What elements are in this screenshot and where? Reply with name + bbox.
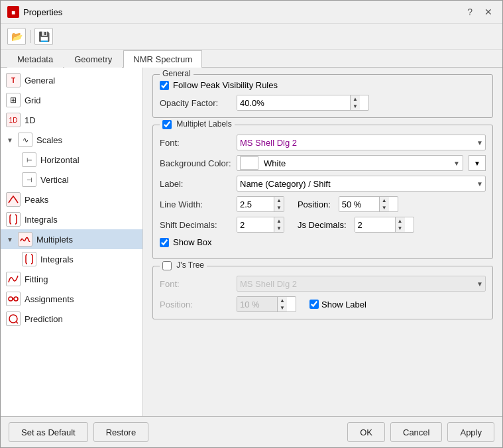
sidebar-label-fitting: Fitting: [25, 274, 48, 284]
sidebar-item-vertical[interactable]: ⊣ Vertical: [1, 170, 142, 190]
title-bar: ■ Properties ? ✕: [1, 1, 502, 24]
tab-geometry[interactable]: Geometry: [64, 50, 122, 68]
sidebar-item-integrals[interactable]: Integrals: [1, 209, 142, 229]
bg-color-label: Background Color:: [160, 158, 233, 168]
grid-icon: ⊞: [6, 93, 21, 107]
show-label-checkbox[interactable]: [309, 300, 319, 309]
shift-decimals-input[interactable]: [237, 217, 274, 232]
restore-button[interactable]: Restore: [93, 422, 149, 442]
open-folder-button[interactable]: 📂: [7, 28, 26, 45]
font-select[interactable]: MS Shell Dlg 2: [237, 135, 486, 150]
bg-color-select[interactable]: White: [261, 156, 451, 170]
show-box-checkbox[interactable]: [160, 238, 169, 247]
cancel-button[interactable]: Cancel: [390, 422, 442, 442]
shift-decimals-spinner: ▲ ▼: [237, 217, 284, 233]
ok-button[interactable]: OK: [347, 422, 385, 442]
shift-decimals-increment-button[interactable]: ▲: [274, 217, 284, 225]
content-area: T General ⊞ Grid 1D 1D ▼: [1, 68, 502, 416]
multiplets-integrals-icon: [22, 252, 36, 266]
js-font-select[interactable]: MS Shell Dlg 2: [237, 276, 486, 292]
shift-decimals-decrement-button[interactable]: ▼: [274, 225, 284, 232]
title-bar-right: ? ✕: [464, 6, 496, 18]
sidebar-label-assignments: Assignments: [25, 294, 74, 304]
sidebar-item-fitting[interactable]: Fitting: [1, 269, 142, 289]
toolbar-separator: [30, 30, 30, 43]
follow-peak-checkbox[interactable]: [160, 81, 169, 90]
peaks-icon: [6, 192, 21, 207]
multiplet-labels-group-label: Multiplet Labels: [160, 119, 235, 129]
sidebar-item-multiplets[interactable]: ▼ Multiplets: [1, 229, 142, 249]
close-button[interactable]: ✕: [481, 6, 496, 18]
svg-line-4: [16, 321, 18, 323]
linewidth-label: Line Width:: [160, 199, 233, 209]
svg-point-0: [9, 297, 13, 301]
label-label: Label:: [160, 179, 233, 189]
sidebar-item-peaks[interactable]: Peaks: [1, 190, 142, 209]
js-position-label: Position:: [160, 300, 233, 309]
linewidth-increment-button[interactable]: ▲: [274, 197, 284, 204]
save-button[interactable]: 💾: [34, 28, 53, 45]
position-increment-button[interactable]: ▲: [380, 197, 389, 204]
show-box-row: Show Box: [160, 237, 486, 247]
sidebar-item-general[interactable]: T General: [1, 70, 142, 90]
1d-icon: 1D: [6, 113, 21, 127]
apply-button[interactable]: Apply: [447, 422, 494, 442]
bg-color-wrapper: White ▼ ▼: [237, 155, 486, 171]
label-select[interactable]: Name (Category) / Shift: [237, 176, 486, 192]
opacity-input[interactable]: [237, 95, 350, 110]
bg-color-row: Background Color: White ▼ ▼: [160, 155, 486, 171]
js-position-row: Position: ▲ ▼ Show Label: [160, 296, 486, 312]
color-picker-button[interactable]: ▼: [469, 155, 486, 171]
bottom-bar: Set as Default Restore OK Cancel Apply: [1, 416, 502, 447]
assignments-icon: [6, 292, 21, 306]
sidebar-item-grid[interactable]: ⊞ Grid: [1, 90, 142, 110]
position-decrement-button[interactable]: ▼: [380, 204, 389, 211]
js-tree-group-label: J's Tree: [160, 260, 207, 270]
sidebar-label-multiplets-integrals: Integrals: [40, 254, 74, 264]
sidebar-label-prediction: Prediction: [25, 314, 63, 324]
tab-metadata[interactable]: Metadata: [7, 50, 63, 68]
properties-dialog: ■ Properties ? ✕ 📂 💾 Metadata Geometry N…: [0, 0, 503, 448]
sidebar-item-prediction[interactable]: Prediction: [1, 309, 142, 329]
general-group: General Follow Peak Visibility Rules Opa…: [152, 74, 493, 118]
linewidth-position-row: Line Width: ▲ ▼ Position: ▲ ▼: [160, 196, 486, 212]
scales-collapse-arrow: ▼: [6, 137, 14, 144]
js-font-row: Font: MS Shell Dlg 2 ▼: [160, 276, 486, 292]
multiplet-labels-checkbox[interactable]: [162, 120, 172, 129]
sidebar-item-multiplets-integrals[interactable]: Integrals: [1, 249, 142, 269]
main-panel: General Follow Peak Visibility Rules Opa…: [143, 68, 502, 416]
help-button[interactable]: ?: [464, 6, 476, 18]
js-decimals-input[interactable]: [355, 217, 395, 232]
sidebar-item-horizontal[interactable]: ⊢ Horizontal: [1, 150, 142, 170]
app-icon: ■: [7, 6, 19, 18]
sidebar-label-scales: Scales: [36, 135, 62, 145]
js-position-spinner: ▲ ▼: [237, 296, 296, 312]
sidebar-label-general: General: [25, 76, 55, 85]
vertical-icon: ⊣: [22, 172, 36, 187]
bg-color-chevron-icon: ▼: [453, 160, 460, 167]
js-decimals-increment-button[interactable]: ▲: [396, 217, 405, 225]
prediction-icon: [6, 311, 21, 326]
sidebar-label-1d: 1D: [25, 115, 36, 125]
js-decimals-decrement-button[interactable]: ▼: [396, 225, 405, 232]
sidebar-item-1d[interactable]: 1D 1D: [1, 110, 142, 130]
linewidth-decrement-button[interactable]: ▼: [274, 204, 284, 211]
linewidth-input[interactable]: [237, 197, 274, 211]
tab-nmr-spectrum[interactable]: NMR Spectrum: [123, 50, 202, 68]
sidebar-item-scales[interactable]: ▼ ∿ Scales: [1, 130, 142, 150]
set-default-button[interactable]: Set as Default: [9, 422, 88, 442]
sidebar-item-assignments[interactable]: Assignments: [1, 289, 142, 309]
multiplets-collapse-arrow: ▼: [6, 236, 14, 243]
js-position-input[interactable]: [237, 297, 277, 311]
opacity-decrement-button[interactable]: ▼: [351, 103, 360, 110]
opacity-increment-button[interactable]: ▲: [351, 95, 360, 103]
follow-peak-label: Follow Peak Visibility Rules: [173, 80, 278, 90]
position-input[interactable]: [339, 197, 379, 211]
font-select-wrapper: MS Shell Dlg 2 ▼: [237, 135, 486, 150]
sidebar: T General ⊞ Grid 1D 1D ▼: [1, 68, 143, 416]
js-position-decrement-button[interactable]: ▼: [278, 304, 287, 311]
js-tree-checkbox[interactable]: [162, 261, 172, 270]
js-position-increment-button[interactable]: ▲: [278, 297, 287, 304]
sidebar-label-peaks: Peaks: [25, 195, 48, 205]
show-label-label: Show Label: [321, 300, 366, 309]
